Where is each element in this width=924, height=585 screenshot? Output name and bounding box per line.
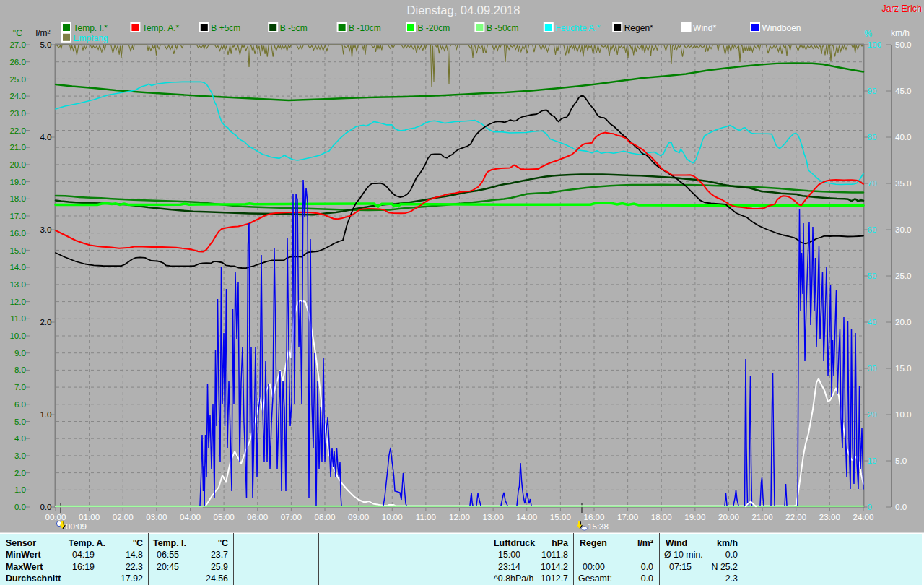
svg-text:Temp. A.: Temp. A. — [69, 538, 105, 548]
svg-text:03:00: 03:00 — [146, 512, 167, 521]
svg-text:Dienstag, 04.09.2018: Dienstag, 04.09.2018 — [407, 4, 520, 17]
svg-text:5.0: 5.0 — [895, 456, 907, 465]
svg-text:14.8: 14.8 — [126, 550, 143, 560]
svg-text:60: 60 — [868, 225, 877, 234]
svg-text:12.0: 12.0 — [9, 297, 26, 306]
svg-text:18.0: 18.0 — [9, 194, 26, 203]
svg-text:22.0: 22.0 — [9, 126, 26, 135]
svg-text:0.0: 0.0 — [895, 502, 907, 511]
svg-text:16.0: 16.0 — [9, 228, 26, 238]
svg-text:24:00: 24:00 — [853, 512, 873, 521]
svg-text:04:19: 04:19 — [72, 550, 95, 560]
svg-text:02:00: 02:00 — [113, 512, 134, 521]
svg-text:1.0: 1.0 — [14, 485, 26, 494]
svg-text:20.0: 20.0 — [895, 317, 912, 326]
svg-text:100: 100 — [868, 40, 881, 49]
svg-text:09:00: 09:00 — [348, 512, 369, 521]
svg-text:00:00: 00:00 — [45, 512, 66, 521]
svg-text:05:00: 05:00 — [214, 512, 235, 521]
svg-text:Wind: Wind — [666, 538, 687, 548]
svg-text:0.0: 0.0 — [40, 502, 51, 511]
svg-text:07:00: 07:00 — [281, 512, 302, 521]
svg-text:6.0: 6.0 — [14, 399, 26, 409]
svg-text:50.0: 50.0 — [895, 40, 912, 49]
svg-text:20:45: 20:45 — [157, 562, 179, 572]
svg-text:23.7: 23.7 — [211, 550, 228, 560]
svg-text:07:15: 07:15 — [669, 562, 692, 572]
svg-text:3.0: 3.0 — [14, 451, 26, 460]
svg-text:15:38: 15:38 — [588, 521, 609, 531]
svg-text:17.92: 17.92 — [121, 573, 143, 584]
svg-text:4.0: 4.0 — [14, 433, 26, 443]
svg-text:50: 50 — [868, 271, 877, 280]
svg-text:24.0: 24.0 — [9, 91, 26, 100]
svg-text:Temp. I.*: Temp. I.* — [74, 23, 108, 33]
svg-text:19.0: 19.0 — [9, 177, 26, 186]
svg-text:%: % — [865, 29, 873, 39]
svg-text:1014.2: 1014.2 — [541, 562, 568, 572]
svg-text:Luftdruck: Luftdruck — [494, 538, 535, 548]
svg-text:25.0: 25.0 — [895, 271, 912, 280]
svg-text:7.0: 7.0 — [14, 382, 26, 391]
svg-text:26.0: 26.0 — [9, 57, 26, 66]
svg-text:06:55: 06:55 — [157, 550, 179, 560]
svg-text:Windböen: Windböen — [762, 23, 801, 33]
svg-text:20: 20 — [868, 410, 877, 419]
svg-text:2.0: 2.0 — [14, 468, 26, 477]
svg-text:16:00: 16:00 — [583, 512, 604, 521]
svg-text:Empfang: Empfang — [74, 33, 108, 43]
svg-text:Ø 10 min.: Ø 10 min. — [664, 550, 703, 560]
svg-text:N 25.2: N 25.2 — [711, 562, 738, 572]
svg-text:20:00: 20:00 — [718, 512, 739, 521]
svg-text:4.0: 4.0 — [40, 132, 51, 142]
svg-text:Regen: Regen — [580, 538, 607, 548]
svg-text:0.0: 0.0 — [641, 562, 653, 572]
svg-text:9.0: 9.0 — [14, 348, 26, 358]
svg-text:0.0: 0.0 — [641, 573, 653, 584]
svg-text:04:00: 04:00 — [180, 512, 201, 521]
svg-text:11.0: 11.0 — [10, 313, 26, 323]
svg-text:11:00: 11:00 — [416, 512, 436, 521]
svg-text:40: 40 — [868, 317, 877, 326]
svg-text:km/h: km/h — [717, 538, 738, 548]
svg-text:00:00: 00:00 — [583, 562, 605, 572]
svg-text:08:00: 08:00 — [314, 512, 335, 521]
svg-text:15.0: 15.0 — [9, 246, 26, 255]
svg-text:15:00: 15:00 — [550, 512, 571, 521]
svg-text:23.0: 23.0 — [9, 108, 26, 118]
svg-text:Feuchte A.*: Feuchte A.* — [555, 23, 600, 33]
svg-text:0.0: 0.0 — [14, 502, 26, 511]
svg-text:10.0: 10.0 — [9, 331, 26, 340]
svg-text:23:14: 23:14 — [498, 562, 520, 572]
svg-text:22:00: 22:00 — [785, 512, 806, 521]
svg-text:l/m²: l/m² — [36, 28, 51, 38]
svg-text:18:00: 18:00 — [651, 512, 672, 521]
svg-text:45.0: 45.0 — [895, 86, 912, 95]
svg-text:°C: °C — [133, 538, 143, 548]
svg-text:21:00: 21:00 — [752, 512, 773, 521]
svg-text:24.56: 24.56 — [206, 573, 228, 584]
svg-text:2.0: 2.0 — [40, 317, 51, 326]
svg-text:40.0: 40.0 — [895, 132, 912, 142]
svg-text:13:00: 13:00 — [483, 512, 504, 521]
svg-text:B -5cm: B -5cm — [280, 23, 308, 33]
svg-text:10: 10 — [868, 456, 877, 465]
svg-text:km/h: km/h — [891, 28, 910, 38]
svg-text:14.0: 14.0 — [9, 262, 26, 272]
svg-text:30: 30 — [868, 363, 877, 373]
svg-text:°C: °C — [218, 538, 228, 548]
svg-text:1.0: 1.0 — [40, 410, 51, 419]
svg-text:15.0: 15.0 — [895, 363, 912, 373]
svg-text:Wind*: Wind* — [693, 23, 716, 33]
svg-text:Regen*: Regen* — [624, 23, 653, 33]
svg-text:14:00: 14:00 — [516, 512, 537, 521]
svg-text:Sensor: Sensor — [6, 538, 36, 548]
svg-text:12:00: 12:00 — [449, 512, 470, 521]
svg-text:2.3: 2.3 — [725, 573, 738, 584]
svg-text:Temp. I.: Temp. I. — [153, 538, 186, 548]
svg-text:00:09: 00:09 — [66, 521, 87, 531]
svg-text:8.0: 8.0 — [14, 365, 26, 374]
svg-text:MaxWert: MaxWert — [6, 562, 43, 572]
svg-text:Durchschnitt: Durchschnitt — [6, 573, 61, 584]
svg-text:1012.7: 1012.7 — [541, 573, 568, 584]
